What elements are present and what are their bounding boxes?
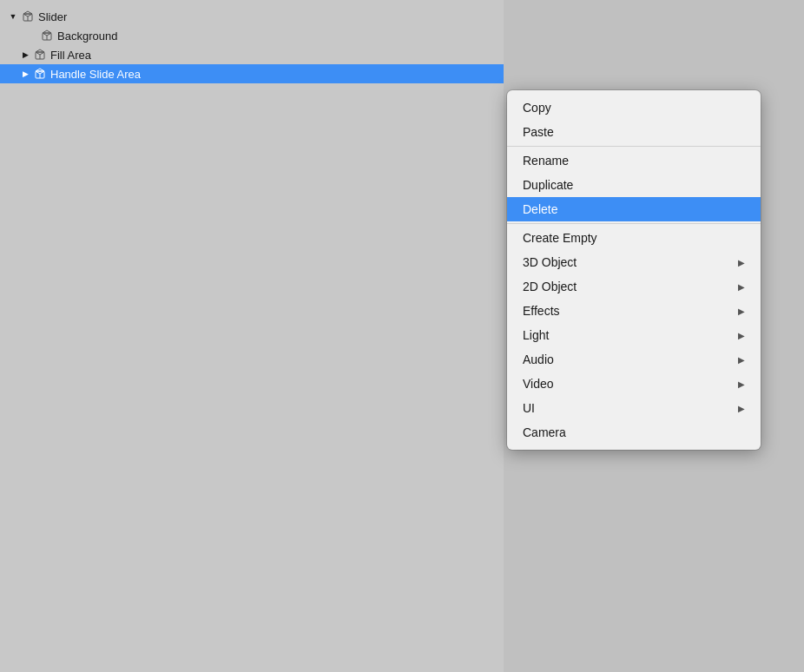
arrow-right-2d-icon: ▶ bbox=[738, 282, 745, 292]
arrow-right-video-icon: ▶ bbox=[738, 379, 745, 389]
menu-item-rename[interactable]: Rename bbox=[507, 148, 761, 173]
effects-label: Effects bbox=[523, 304, 560, 318]
menu-item-2d-object[interactable]: 2D Object ▶ bbox=[507, 274, 761, 299]
svg-marker-11 bbox=[36, 49, 44, 52]
camera-label: Camera bbox=[523, 425, 566, 439]
duplicate-label: Duplicate bbox=[523, 178, 573, 192]
audio-label: Audio bbox=[523, 352, 554, 366]
tree-item-background[interactable]: Background bbox=[0, 26, 504, 45]
menu-section-copy-paste: Copy Paste bbox=[507, 94, 761, 146]
svg-marker-1 bbox=[23, 11, 32, 14]
2d-object-label: 2D Object bbox=[523, 280, 577, 293]
menu-item-effects[interactable]: Effects ▶ bbox=[507, 299, 761, 323]
menu-item-camera[interactable]: Camera bbox=[507, 420, 761, 445]
menu-section-create: Create Empty 3D Object ▶ 2D Object ▶ Eff… bbox=[507, 223, 761, 446]
menu-item-video[interactable]: Video ▶ bbox=[507, 372, 761, 396]
menu-item-delete[interactable]: Delete bbox=[507, 197, 761, 221]
ui-label: UI bbox=[523, 401, 535, 415]
copy-label: Copy bbox=[523, 101, 551, 115]
menu-item-create-empty[interactable]: Create Empty bbox=[507, 226, 761, 250]
cube-icon-handle-slide-area bbox=[33, 67, 47, 81]
video-label: Video bbox=[523, 377, 554, 391]
tree-item-slider[interactable]: ▼ Slider bbox=[0, 7, 504, 26]
delete-label: Delete bbox=[523, 202, 557, 216]
menu-item-copy[interactable]: Copy bbox=[507, 96, 761, 120]
arrow-right-effects-icon: ▶ bbox=[738, 306, 745, 316]
create-empty-label: Create Empty bbox=[523, 231, 597, 245]
menu-item-ui[interactable]: UI ▶ bbox=[507, 396, 761, 420]
light-label: Light bbox=[523, 328, 549, 342]
arrow-down-icon: ▼ bbox=[7, 10, 19, 23]
menu-item-3d-object[interactable]: 3D Object ▶ bbox=[507, 250, 761, 274]
tree-item-background-label: Background bbox=[57, 30, 117, 43]
context-menu: Copy Paste Rename Duplicate Delete Creat… bbox=[507, 90, 761, 450]
menu-item-audio[interactable]: Audio ▶ bbox=[507, 347, 761, 372]
arrow-right-ui-icon: ▶ bbox=[738, 404, 745, 413]
svg-marker-16 bbox=[36, 69, 44, 71]
svg-marker-6 bbox=[43, 30, 51, 33]
menu-item-light[interactable]: Light ▶ bbox=[507, 323, 761, 347]
tree-item-handle-slide-area[interactable]: ▶ Handle Slide Area bbox=[0, 64, 504, 83]
arrow-right-light-icon: ▶ bbox=[738, 331, 745, 340]
arrow-right-fill-icon: ▶ bbox=[19, 49, 31, 61]
arrow-right-audio-icon: ▶ bbox=[738, 355, 745, 365]
cube-icon-fill-area bbox=[33, 48, 47, 62]
paste-label: Paste bbox=[523, 125, 554, 139]
tree-panel: ▼ Slider Background ▶ bbox=[0, 0, 504, 672]
cube-icon-background bbox=[40, 29, 54, 43]
tree-item-fill-area-label: Fill Area bbox=[50, 49, 91, 62]
tree-item-slider-label: Slider bbox=[38, 10, 67, 23]
menu-item-paste[interactable]: Paste bbox=[507, 120, 761, 144]
menu-section-edit: Rename Duplicate Delete bbox=[507, 146, 761, 223]
tree-item-handle-slide-area-label: Handle Slide Area bbox=[50, 68, 141, 81]
arrow-right-3d-icon: ▶ bbox=[738, 258, 745, 267]
arrow-right-handle-icon: ▶ bbox=[19, 68, 31, 80]
rename-label: Rename bbox=[523, 154, 569, 168]
3d-object-label: 3D Object bbox=[523, 255, 577, 269]
tree-item-fill-area[interactable]: ▶ Fill Area bbox=[0, 45, 504, 64]
cube-icon-slider bbox=[21, 10, 35, 23]
arrow-placeholder-background bbox=[26, 30, 38, 42]
menu-item-duplicate[interactable]: Duplicate bbox=[507, 173, 761, 197]
